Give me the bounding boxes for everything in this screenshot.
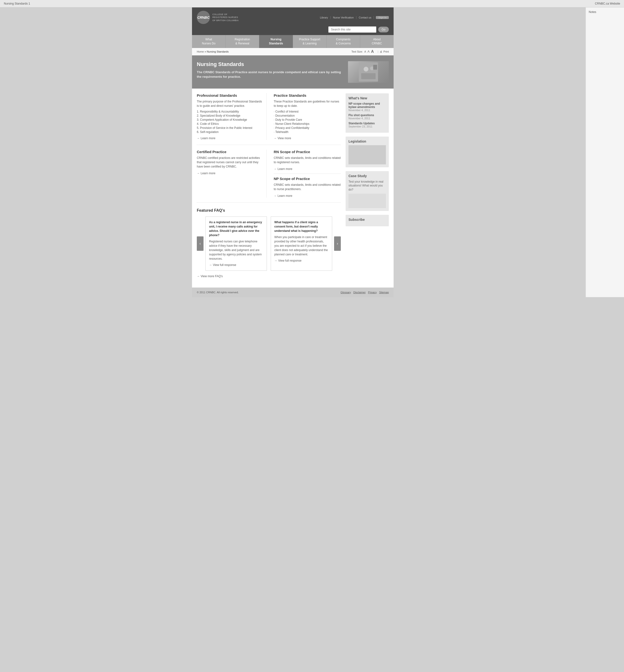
search-area: Go — [197, 26, 389, 33]
whats-new-title: What's New — [348, 96, 386, 100]
hero-image-placeholder — [348, 61, 389, 83]
practice-standards-title: Practice Standards — [274, 93, 341, 98]
subscribe-box: Subscribe — [346, 215, 389, 226]
rn-scope-section: RN Scope of Practice CRNBC sets standard… — [274, 150, 341, 171]
browser-bar: Nursing Standards 1 CRNBC.ca Website — [0, 0, 624, 7]
view-more-faqs[interactable]: View more FAQ's — [197, 275, 223, 278]
np-scope-section: NP Scope of Practice CRNBC sets standard… — [274, 177, 341, 198]
professional-standards-title: Professional Standards — [197, 93, 264, 98]
news-title-1[interactable]: NP scope changes and bylaw amendments — [348, 102, 386, 109]
library-link[interactable]: Library — [317, 16, 331, 19]
news-item-3: Standards Updates September 23, 2011 — [348, 122, 386, 128]
faq-section: Featured FAQ's ‹ As a registered nurse i… — [197, 208, 341, 278]
case-study-title: Case Study — [348, 174, 386, 178]
faq-card-2: What happens if a client signs a consent… — [271, 216, 332, 271]
faq-card-1: As a registered nurse in an emergency un… — [205, 216, 267, 271]
certified-practice-title: Certified Practice — [197, 150, 264, 154]
site-header: CRNBC COLLEGE OF REGISTERED NURSES OF BR… — [192, 7, 394, 35]
hero-section: Nursing Standards The CRNBC Standards of… — [192, 55, 394, 88]
print-icon: 🖨 — [380, 50, 382, 53]
search-input[interactable] — [328, 26, 376, 33]
faq-arrow-right[interactable]: › — [334, 236, 341, 251]
practice-standards-section: Practice Standards These Practice Standa… — [271, 93, 341, 140]
case-study-box: Case Study Test your knowledge in real s… — [346, 171, 389, 211]
footer-privacy[interactable]: Privacy — [368, 291, 377, 294]
sidebar: What's New NP scope changes and bylaw am… — [346, 93, 389, 278]
nav-about-crnbc[interactable]: AboutCRNBC — [360, 35, 394, 48]
nav-nursing-standards[interactable]: NursingStandards — [259, 35, 293, 48]
hero-image — [348, 61, 389, 83]
legislation-content — [348, 145, 386, 164]
svg-rect-4 — [373, 65, 377, 70]
main-content: Professional Standards The primary purpo… — [197, 93, 346, 278]
list-item: 4. Code of Ethics — [197, 122, 264, 126]
hero-title: Nursing Standards — [197, 61, 343, 68]
print-link[interactable]: 🖨 Print — [380, 50, 389, 53]
nurse-verification-link[interactable]: Nurse Verification — [331, 16, 356, 19]
footer-copyright: © 2011 CRNBC. All rights reserved. — [197, 291, 239, 294]
notes-label: Notes — [589, 10, 596, 14]
nav-complaints-concerns[interactable]: Complaints& Concerns — [327, 35, 360, 48]
professional-standards-list: 1. Responsibility & Accountability 2. Sp… — [197, 110, 264, 134]
text-size-large[interactable]: A — [371, 49, 374, 54]
logo-area: CRNBC COLLEGE OF REGISTERED NURSES OF BR… — [197, 11, 239, 24]
header-nav-links: Library Nurse Verification Contact us Si… — [317, 16, 389, 19]
footer-glossary[interactable]: Glossary — [341, 291, 351, 294]
page-wrapper: CRNBC COLLEGE OF REGISTERED NURSES OF BR… — [192, 7, 394, 297]
contact-us-link[interactable]: Contact us — [356, 16, 374, 19]
scope-section: RN Scope of Practice CRNBC sets standard… — [271, 150, 341, 198]
text-size-controls: Text Size: A A A | 🖨 Print — [352, 49, 389, 54]
list-item: Privacy and Confidentiality — [274, 126, 341, 130]
bottom-gray-area — [0, 297, 624, 312]
logo-text: COLLEGE OF REGISTERED NURSES OF BRITISH … — [212, 13, 239, 22]
faq-question-1: As a registered nurse in an emergency un… — [209, 220, 263, 237]
nav-what-nurses-do[interactable]: WhatNurses Do — [192, 35, 226, 48]
practice-standards-view-more[interactable]: View more — [274, 136, 291, 140]
practice-standards-desc: These Practice Standards are guidelines … — [274, 99, 341, 108]
np-scope-title: NP Scope of Practice — [274, 177, 341, 181]
faq-view-full-2[interactable]: View full response — [274, 258, 302, 263]
signin-button[interactable]: Sign in — [376, 16, 389, 19]
faq-title: Featured FAQ's — [197, 208, 341, 213]
faq-arrow-left[interactable]: ‹ — [197, 236, 204, 251]
search-button[interactable]: Go — [378, 27, 389, 32]
rn-scope-title: RN Scope of Practice — [274, 150, 341, 154]
footer-disclaimer[interactable]: Disclaimer — [353, 291, 366, 294]
news-title-3[interactable]: Standards Updates — [348, 122, 386, 125]
case-study-image — [348, 194, 386, 208]
standards-row: Professional Standards The primary purpo… — [197, 93, 341, 140]
list-item: 2. Specialized Body of Knowledge — [197, 114, 264, 118]
certified-practice-learn-more[interactable]: Learn more — [197, 172, 215, 175]
text-size-medium[interactable]: A — [367, 50, 370, 53]
rn-scope-desc: CRNBC sets standards, limits and conditi… — [274, 156, 341, 164]
faq-carousel: ‹ As a registered nurse in an emergency … — [197, 216, 341, 271]
news-title-2[interactable]: Flu shot questions — [348, 113, 386, 117]
hero-image-svg — [359, 62, 378, 82]
faq-answer-1: Registered nurses can give telephone adv… — [209, 239, 263, 261]
footer-sitemap[interactable]: Sitemap — [379, 291, 389, 294]
certified-scope-row: Certified Practice CRNBC-certified pract… — [197, 150, 341, 198]
svg-point-1 — [364, 67, 368, 72]
professional-standards-desc: The primary purpose of the Professional … — [197, 99, 264, 108]
browser-tab-left: Nursing Standards 1 — [4, 2, 30, 5]
nav-registration-renewal[interactable]: Registration& Renewal — [226, 35, 259, 48]
divider-rn-np — [274, 174, 341, 174]
legislation-box: Legislation — [346, 136, 389, 167]
text-size-small[interactable]: A — [364, 50, 366, 53]
nav-practice-support[interactable]: Practice Support& Learning — [293, 35, 327, 48]
breadcrumb-home[interactable]: Home — [197, 50, 204, 53]
news-date-1: November 4, 2011 — [348, 109, 386, 111]
divider-2 — [197, 202, 341, 203]
faq-view-full-1[interactable]: View full response — [209, 263, 236, 267]
case-study-desc: Test your knowledge in real situations! … — [348, 180, 386, 192]
hero-text: Nursing Standards The CRNBC Standards of… — [197, 61, 343, 83]
breadcrumb-bar: Home » Nursing Standards Text Size: A A … — [192, 48, 394, 55]
faq-answer-2: When you participate in care or treatmen… — [274, 235, 329, 257]
list-item: Documentation — [274, 114, 341, 118]
professional-standards-learn-more[interactable]: Learn more — [197, 136, 215, 140]
rn-scope-learn-more[interactable]: Learn more — [274, 167, 292, 171]
main-nav: WhatNurses Do Registration& Renewal Nurs… — [192, 35, 394, 48]
professional-standards-section: Professional Standards The primary purpo… — [197, 93, 267, 140]
np-scope-learn-more[interactable]: Learn more — [274, 194, 292, 198]
notes-panel: Notes — [586, 7, 624, 297]
